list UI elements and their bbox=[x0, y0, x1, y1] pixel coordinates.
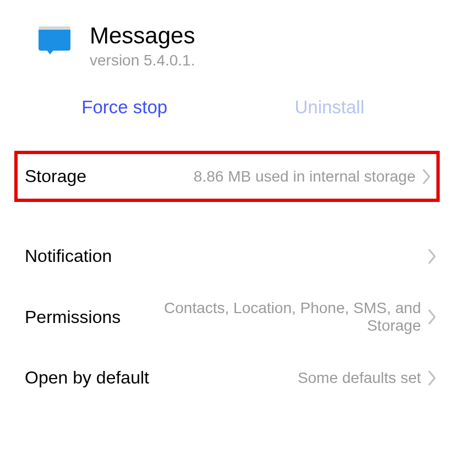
app-header: Messages version 5.4.0.1. bbox=[0, 0, 454, 80]
header-text: Messages version 5.4.0.1. bbox=[90, 22, 195, 69]
setting-value-storage: 8.86 MB used in internal storage bbox=[86, 168, 422, 185]
chevron-right-icon bbox=[428, 248, 437, 265]
app-title: Messages bbox=[90, 22, 195, 50]
setting-value-permissions: Contacts, Location, Phone, SMS, and Stor… bbox=[121, 299, 428, 335]
setting-storage[interactable]: Storage 8.86 MB used in internal storage bbox=[14, 151, 440, 202]
setting-label-notification: Notification bbox=[25, 246, 112, 266]
chevron-right-icon bbox=[428, 370, 437, 386]
force-stop-button[interactable]: Force stop bbox=[22, 97, 227, 118]
setting-notification[interactable]: Notification bbox=[0, 229, 454, 283]
app-icon bbox=[39, 26, 70, 54]
setting-label-permissions: Permissions bbox=[25, 307, 121, 327]
setting-value-open-by-default: Some defaults set bbox=[149, 369, 428, 387]
chevron-right-icon bbox=[422, 168, 432, 185]
setting-label-storage: Storage bbox=[25, 166, 86, 187]
setting-label-open-by-default: Open by default bbox=[25, 368, 149, 388]
app-version: version 5.4.0.1. bbox=[90, 52, 195, 69]
setting-open-by-default[interactable]: Open by default Some defaults set bbox=[0, 351, 454, 404]
setting-permissions[interactable]: Permissions Contacts, Location, Phone, S… bbox=[0, 283, 454, 351]
actions-row: Force stop Uninstall bbox=[0, 80, 454, 151]
chevron-right-icon bbox=[428, 309, 437, 325]
settings-list: Storage 8.86 MB used in internal storage… bbox=[0, 151, 454, 404]
uninstall-button: Uninstall bbox=[227, 97, 433, 118]
